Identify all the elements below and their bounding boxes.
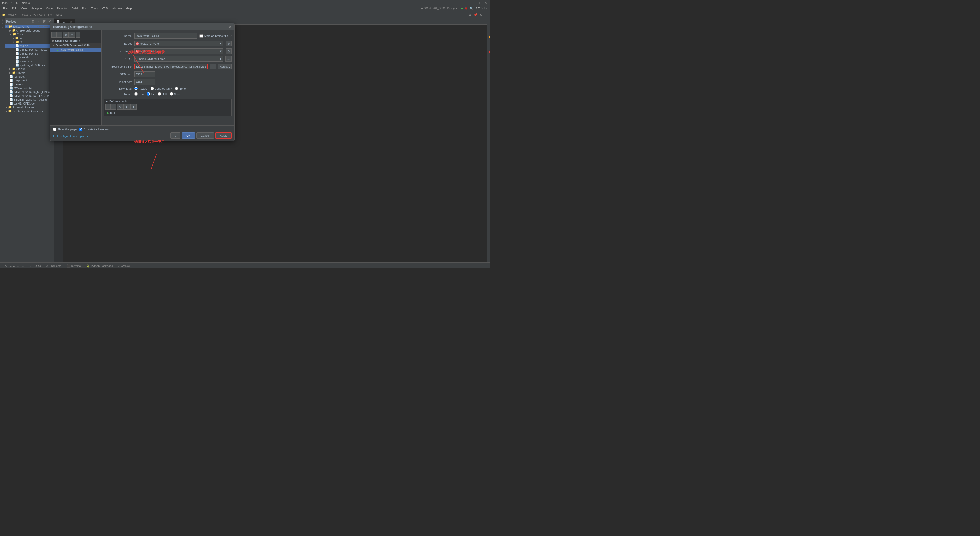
minimize-btn[interactable]: ─: [473, 1, 477, 4]
before-launch-remove-btn[interactable]: −: [111, 104, 116, 110]
tree-item-drivers[interactable]: ▶ 📁 Drivers: [5, 71, 54, 75]
tree-openocd[interactable]: ▼ OpenOCD Download & Run: [51, 43, 101, 48]
reset-run-option[interactable]: Run: [134, 92, 144, 96]
sort-config-btn[interactable]: ↕: [76, 32, 81, 38]
target-settings-btn[interactable]: ⚙: [226, 41, 232, 46]
pin-icon[interactable]: 📌: [473, 13, 478, 17]
menu-run[interactable]: Run: [80, 6, 89, 11]
help-config-icon[interactable]: ?: [230, 34, 232, 38]
menu-view[interactable]: View: [19, 6, 29, 11]
tree-item-syscalls[interactable]: 📄 syscalls.c: [5, 55, 54, 59]
download-updated-radio[interactable]: [151, 87, 154, 90]
tree-item-core[interactable]: ▼ 📁 Core: [5, 32, 54, 36]
structure-icon[interactable]: S: [1, 23, 3, 25]
tree-item-cproject[interactable]: 📄 .cproject: [5, 75, 54, 78]
show-this-page-option[interactable]: Show this page: [53, 128, 76, 131]
menu-code[interactable]: Code: [44, 6, 55, 11]
search-everywhere-btn[interactable]: 🔍: [469, 6, 474, 10]
panel-collapse-all-icon[interactable]: ≡: [36, 19, 41, 24]
tree-item-external-libs[interactable]: ▶ 📁 External Libraries: [5, 105, 54, 109]
tree-item-system[interactable]: 📄 system_stm32f4xx.c: [5, 63, 54, 67]
tab-python-packages[interactable]: 🐍 Python Packages: [84, 264, 115, 268]
dialog-close-btn[interactable]: ✕: [229, 25, 232, 29]
download-always-option[interactable]: Always: [134, 87, 148, 90]
menu-file[interactable]: File: [1, 6, 10, 11]
download-none-radio[interactable]: [175, 87, 178, 90]
board-config-input[interactable]: [134, 64, 208, 69]
settings-icon[interactable]: ⚙: [468, 13, 472, 17]
menu-build[interactable]: Build: [70, 6, 80, 11]
executable-select[interactable]: 🎯 test01_GPIO.elf ▼: [134, 48, 223, 54]
menu-refactor[interactable]: Refactor: [55, 6, 70, 11]
before-launch-add-btn[interactable]: +: [105, 104, 111, 110]
move-config-btn[interactable]: ⬆: [69, 32, 75, 38]
tree-item-mxproject[interactable]: 📄 .mxproject: [5, 78, 54, 82]
reset-none-option[interactable]: None: [170, 92, 180, 96]
project-icon[interactable]: P: [1, 19, 3, 21]
run-btn[interactable]: ▶: [460, 6, 464, 10]
gdb-select[interactable]: Bundled GDB multiarch ▼: [134, 56, 223, 62]
tree-item-ioc[interactable]: 📄 test01_GPIO.ioc: [5, 102, 54, 105]
collapse-icon[interactable]: —: [484, 13, 489, 17]
tree-item-flash-ld[interactable]: 📄 STM32F429IGTX_FLASH.ld: [5, 94, 54, 97]
tree-cmake-app[interactable]: ▶ CMake Application: [51, 38, 101, 43]
menu-navigate[interactable]: Navigate: [29, 6, 44, 11]
tree-item-src[interactable]: ▼ 📁 Src: [5, 40, 54, 44]
cancel-button[interactable]: Cancel: [196, 132, 214, 139]
board-config-assist-btn[interactable]: Assist...: [218, 64, 232, 69]
tree-item-test01[interactable]: ▼ 📁 test01_GPIO X:\01-STM32\02...: [5, 25, 54, 29]
download-updated-option[interactable]: Updated Only: [151, 87, 172, 90]
remove-config-btn[interactable]: −: [57, 32, 62, 38]
help-button[interactable]: ?: [170, 132, 180, 139]
board-config-browse-btn[interactable]: …: [210, 64, 216, 69]
edit-config-templates-link[interactable]: Edit configuration templates...: [53, 134, 90, 137]
activate-tool-window-checkbox[interactable]: [79, 128, 83, 131]
ok-button[interactable]: OK: [182, 132, 195, 139]
menu-vcs[interactable]: VCS: [100, 6, 110, 11]
reset-halt-option[interactable]: Halt: [158, 92, 167, 96]
tree-item-cmakelists[interactable]: 📄 CMakeLists.txt: [5, 86, 54, 90]
tree-item-inc[interactable]: ▶ 📁 Inc: [5, 36, 54, 40]
reset-init-radio[interactable]: [147, 92, 150, 96]
tree-item-sysmem[interactable]: 📄 sysmem.c: [5, 59, 54, 63]
tree-item-startup[interactable]: ▶ 📁 Startup: [5, 67, 54, 71]
tree-item-cmake-build[interactable]: ▶ 📁 cmake-build-debug: [5, 29, 54, 32]
tab-cmake[interactable]: △ CMake: [116, 264, 132, 268]
gdb-browse-btn[interactable]: …: [225, 56, 232, 62]
tree-item-project[interactable]: 📄 .project: [5, 82, 54, 86]
reset-halt-radio[interactable]: [158, 92, 161, 96]
menu-tools[interactable]: Tools: [89, 6, 100, 11]
tab-version-control[interactable]: ↑ Version Control: [1, 264, 27, 268]
window-controls[interactable]: ─ □ ✕: [473, 1, 488, 5]
store-as-project-checkbox[interactable]: [199, 34, 203, 38]
panel-settings-icon[interactable]: ⚙: [30, 19, 35, 24]
download-none-option[interactable]: None: [175, 87, 186, 90]
reset-init-option[interactable]: Init: [147, 92, 154, 96]
telnet-port-input[interactable]: [134, 79, 155, 85]
debug-btn[interactable]: 🐞: [464, 6, 469, 10]
menu-edit[interactable]: Edit: [10, 6, 19, 11]
maximize-btn[interactable]: □: [478, 1, 482, 4]
activate-tool-window-option[interactable]: Activate tool window: [79, 128, 109, 131]
reset-run-radio[interactable]: [134, 92, 138, 96]
reset-none-radio[interactable]: [170, 92, 173, 96]
tree-item-stlink-cfg[interactable]: 📄 STM32F429IGT6_ST_Link.cfg: [5, 90, 54, 94]
menu-window[interactable]: Window: [110, 6, 124, 11]
bookmarks-icon[interactable]: B: [1, 27, 3, 28]
show-this-page-checkbox[interactable]: [53, 128, 56, 131]
target-select[interactable]: 🎯 test01_GPIO.elf ▼: [134, 41, 223, 46]
tab-todo[interactable]: ☑ TODO: [28, 264, 43, 268]
name-input[interactable]: [134, 33, 197, 39]
before-launch-up-btn[interactable]: ▲: [123, 104, 130, 110]
tab-problems[interactable]: ⚠ Problems: [44, 264, 64, 268]
tree-item-it[interactable]: 📄 stm32f4xx_it.c: [5, 51, 54, 55]
tree-ocd-config[interactable]: ▶ OCD test01_GPIO: [51, 48, 101, 52]
menu-help[interactable]: Help: [124, 6, 134, 11]
before-launch-edit-btn[interactable]: ✎: [117, 104, 123, 110]
tab-terminal[interactable]: ⬛ Terminal: [65, 264, 83, 268]
tree-item-ram-ld[interactable]: 📄 STM32F429IGTX_RAM.ld: [5, 97, 54, 102]
gdb-port-input[interactable]: [134, 72, 155, 77]
tree-item-scratches[interactable]: ▶ 📁 Scratches and Consoles: [5, 109, 54, 113]
before-launch-down-btn[interactable]: ▼: [130, 104, 137, 110]
tree-item-hal-msp[interactable]: 📄 stm32f4xx_hal_msp.c: [5, 48, 54, 51]
